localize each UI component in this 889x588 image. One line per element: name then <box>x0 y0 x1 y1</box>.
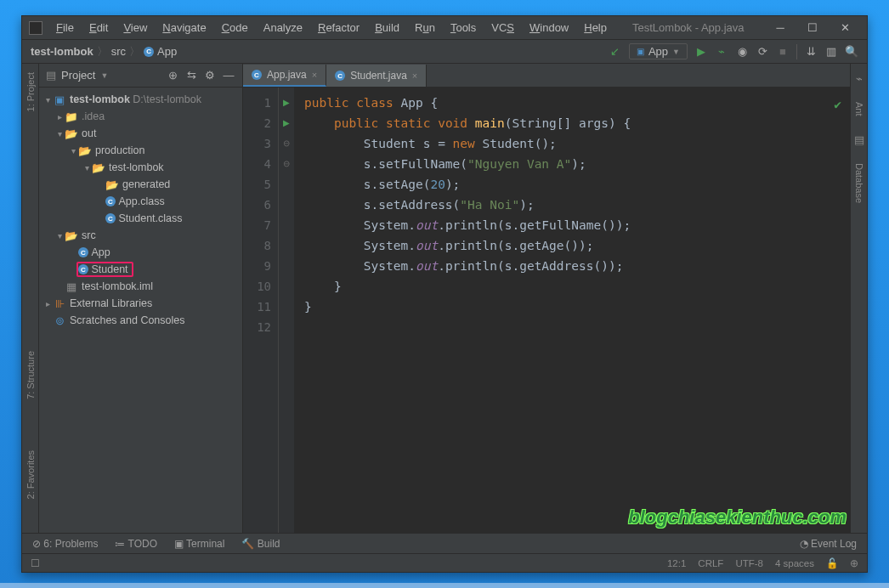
close-button[interactable]: ✕ <box>838 21 852 35</box>
favorites-tool-button[interactable]: 2: Favorites <box>25 450 36 499</box>
tab-student-java[interactable]: C Student.java × <box>326 65 427 87</box>
close-icon[interactable]: × <box>412 71 417 81</box>
class-icon: C <box>144 47 154 57</box>
debug-button[interactable]: ⌁ <box>715 45 728 59</box>
menu-window[interactable]: Window <box>523 20 575 36</box>
problems-button[interactable]: ⊘ 6: Problems <box>32 538 98 550</box>
editor-tabs: C App.java × C Student.java × <box>243 64 850 88</box>
code-editor[interactable]: 123456789101112 ▶ ▶ ⊖ ⊖ public class App… <box>243 88 850 533</box>
database-tool-button[interactable]: Database <box>854 163 864 203</box>
menu-build[interactable]: Build <box>368 20 406 36</box>
settings-icon[interactable]: ⚙ <box>203 69 217 82</box>
project-panel: ▤ Project ▼ ⊕ ⇆ ⚙ — ▾▣test-lombok D:\tes… <box>39 64 243 533</box>
status-bar: ☐ 12:1 CRLF UTF-8 4 spaces 🔓 ⊕ <box>22 553 867 572</box>
tree-src[interactable]: ▾📂src <box>39 227 242 244</box>
tree-app-class[interactable]: C App.class <box>39 193 242 210</box>
tree-scratches[interactable]: ⊚Scratches and Consoles <box>39 312 242 329</box>
project-tool-button[interactable]: 1: Project <box>25 72 36 111</box>
editor-area: C App.java × C Student.java × 1234567891… <box>243 64 850 533</box>
menu-analyze[interactable]: Analyze <box>257 20 309 36</box>
window-title: TestLombok - App.java <box>632 21 745 34</box>
tree-tl[interactable]: ▾📂test-lombok <box>39 159 242 176</box>
menu-tools[interactable]: Tools <box>444 20 483 36</box>
event-log-button[interactable]: ◔ Event Log <box>800 538 857 550</box>
close-icon[interactable]: × <box>312 70 317 80</box>
menu-code[interactable]: Code <box>215 20 255 36</box>
breadcrumb-src[interactable]: src <box>111 45 126 58</box>
tree-external-libraries[interactable]: ▸⊪External Libraries <box>39 295 242 312</box>
line-number-gutter: 123456789101112 <box>243 88 279 533</box>
memory-icon[interactable]: ⊕ <box>850 557 858 569</box>
project-structure-icon[interactable]: ▥ <box>824 45 838 59</box>
ant-tool-button[interactable]: Ant <box>854 102 864 116</box>
tree-iml[interactable]: ▦test-lombok.iml <box>39 278 242 295</box>
run-config-selector[interactable]: ▣ App ▼ <box>629 43 688 59</box>
run-button[interactable]: ▶ <box>694 45 708 59</box>
tree-app[interactable]: C App <box>39 244 242 261</box>
stop-button[interactable]: ■ <box>776 45 790 59</box>
ide-window: File Edit View Navigate Code Analyze Ref… <box>21 15 868 573</box>
project-panel-title[interactable]: Project <box>61 69 95 82</box>
readonly-icon[interactable]: 🔓 <box>826 557 838 569</box>
encoding[interactable]: UTF-8 <box>735 558 763 568</box>
app-icon <box>29 21 42 35</box>
expand-all-icon[interactable]: ⇆ <box>184 69 198 82</box>
project-tree: ▾▣test-lombok D:\test-lombok ▸📁.idea ▾📂o… <box>39 88 242 332</box>
terminal-button[interactable]: ▣ Terminal <box>174 538 224 550</box>
inspection-ok-icon[interactable]: ✔ <box>834 94 841 115</box>
right-tool-gutter: ⌁ Ant ▤ Database <box>850 64 867 533</box>
minimize-button[interactable]: ─ <box>773 21 787 35</box>
menu-edit[interactable]: Edit <box>82 20 115 36</box>
tree-production[interactable]: ▾📂production <box>39 142 242 159</box>
menu-run[interactable]: Run <box>408 20 442 36</box>
left-tool-gutter: 1: Project 7: Structure 2: Favorites <box>22 64 39 533</box>
search-everywhere-icon[interactable]: 🔍 <box>845 45 858 59</box>
tree-student-class[interactable]: C Student.class <box>39 210 242 227</box>
taskbar <box>0 583 889 588</box>
todo-button[interactable]: ≔ TODO <box>115 538 157 550</box>
menubar: File Edit View Navigate Code Analyze Ref… <box>22 16 867 40</box>
class-icon: C <box>335 71 345 81</box>
profile-button[interactable]: ⟳ <box>756 45 769 59</box>
run-gutter[interactable]: ▶ ▶ ⊖ ⊖ <box>279 88 294 533</box>
menu-view[interactable]: View <box>116 20 154 36</box>
tree-out[interactable]: ▾📂out <box>39 125 242 142</box>
menu-refactor[interactable]: Refactor <box>311 20 366 36</box>
coverage-button[interactable]: ◉ <box>735 45 749 59</box>
structure-tool-button[interactable]: 7: Structure <box>25 351 36 399</box>
caret-position[interactable]: 12:1 <box>667 558 686 568</box>
bottom-tool-bar: ⊘ 6: Problems ≔ TODO ▣ Terminal 🔨 Build … <box>22 533 867 553</box>
class-icon: C <box>252 70 262 80</box>
build-icon[interactable]: ↙ <box>609 45 622 59</box>
tree-root[interactable]: ▾▣test-lombok D:\test-lombok <box>39 91 242 108</box>
tree-idea[interactable]: ▸📁.idea <box>39 108 242 125</box>
line-separator[interactable]: CRLF <box>698 558 723 568</box>
indent[interactable]: 4 spaces <box>775 558 814 568</box>
tab-app-java[interactable]: C App.java × <box>243 65 326 87</box>
menu-help[interactable]: Help <box>577 20 614 36</box>
breadcrumb-root[interactable]: test-lombok <box>31 45 93 58</box>
vcs-update-icon[interactable]: ⇊ <box>804 45 818 59</box>
hide-panel-icon[interactable]: — <box>222 69 235 82</box>
tree-student[interactable]: C Student <box>39 261 242 278</box>
navigation-bar: test-lombok 〉 src 〉 C App ↙ ▣ App ▼ ▶ ⌁ … <box>22 40 867 64</box>
menu-file[interactable]: File <box>49 20 81 36</box>
menu-navigate[interactable]: Navigate <box>156 20 212 36</box>
tree-generated[interactable]: 📂generated <box>39 176 242 193</box>
breadcrumb-leaf[interactable]: App <box>157 45 177 58</box>
select-opened-file-icon[interactable]: ⊕ <box>166 69 179 82</box>
code-content[interactable]: public class App { public static void ma… <box>294 88 850 533</box>
watermark: blogchiasekienthuc.com <box>628 506 847 529</box>
quick-access-icon[interactable]: ☐ <box>31 557 40 569</box>
breadcrumb[interactable]: test-lombok 〉 src 〉 C App <box>31 44 177 59</box>
menu-vcs[interactable]: VCS <box>484 20 521 36</box>
build-button[interactable]: 🔨 Build <box>241 538 280 550</box>
maximize-button[interactable]: ☐ <box>806 21 819 35</box>
